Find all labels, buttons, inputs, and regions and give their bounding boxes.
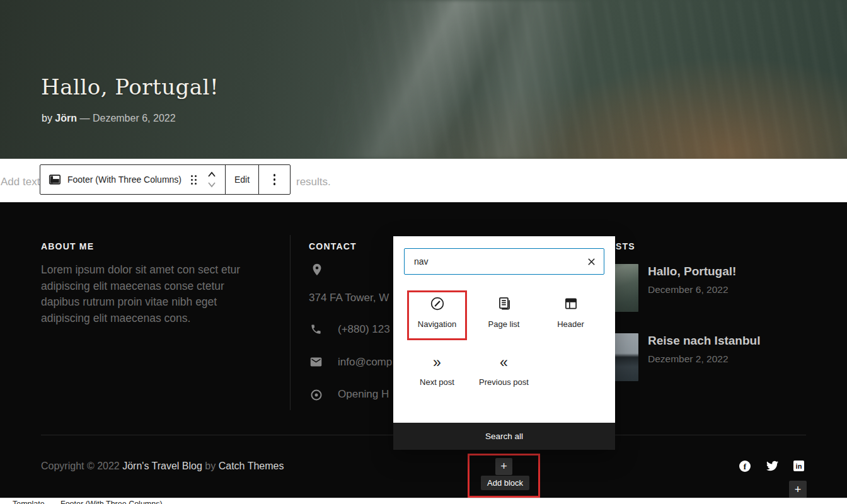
post-byline: by Jörn — Dezember 6, 2022	[42, 113, 176, 124]
clock-target-icon	[310, 389, 324, 403]
block-toolbar-label: Footer (With Three Columns)	[67, 175, 183, 185]
about-text: Lorem ipsum dolor sit amet con sect etur…	[41, 262, 258, 326]
breadcrumb-segment[interactable]: Template	[13, 500, 45, 504]
placeholder-text-fragment[interactable]: Add text	[1, 176, 40, 188]
post-link[interactable]: Hallo, Portugal!	[648, 265, 736, 278]
post-link[interactable]: Reise nach Istanbul	[648, 334, 760, 348]
hero-cover[interactable]: Hallo, Portugal! by Jörn — Dezember 6, 2…	[0, 0, 847, 159]
block-search-input[interactable]	[405, 256, 584, 266]
next-post-icon: »	[433, 355, 441, 370]
twitter-icon[interactable]	[766, 460, 778, 472]
page-list-icon	[496, 295, 512, 312]
location-pin-icon	[310, 263, 324, 277]
options-kebab-button[interactable]	[258, 165, 290, 194]
move-down-button[interactable]	[206, 180, 217, 190]
search-all-button[interactable]: Search all	[393, 423, 615, 450]
envelope-icon	[309, 355, 323, 369]
block-item-page-list[interactable]: Page list	[474, 290, 534, 335]
add-block-label: Add block	[481, 476, 529, 490]
contact-heading: CONTACT	[309, 241, 357, 251]
posts-heading-fragment: STS	[616, 241, 635, 251]
post-date: Dezember 6, 2022	[93, 113, 176, 123]
byline-dash: —	[79, 113, 89, 123]
copyright-text: Copyright © 2022	[41, 461, 120, 471]
post-title: Hallo, Portugal!	[41, 74, 219, 100]
block-search-box	[404, 248, 604, 275]
facebook-icon[interactable]: f	[739, 460, 751, 472]
about-heading: ABOUT ME	[41, 241, 94, 251]
contact-email: info@comp	[338, 356, 392, 369]
breadcrumb-segment[interactable]: Footer (With Three Columns)	[60, 500, 163, 504]
theme-link[interactable]: Catch Themes	[219, 461, 284, 471]
contact-hours: Opening H	[338, 388, 389, 401]
post-date: Dezember 2, 2022	[648, 353, 729, 365]
drag-handle[interactable]	[188, 173, 199, 187]
block-inserter-popup: Navigation Page list Header » Next post …	[393, 236, 615, 450]
block-item-header[interactable]: Header	[541, 290, 601, 335]
contact-address: 374 FA Tower, W	[309, 292, 389, 304]
clear-search-icon[interactable]	[584, 257, 604, 266]
block-toolbar: Footer (With Three Columns) Edit	[40, 164, 291, 195]
move-up-button[interactable]	[206, 169, 217, 180]
edit-button[interactable]: Edit	[225, 165, 258, 194]
linkedin-icon[interactable]: in	[793, 460, 805, 472]
block-item-navigation[interactable]: Navigation	[407, 290, 467, 335]
social-icons: f in	[739, 460, 805, 472]
by-text: by	[205, 461, 216, 471]
header-icon	[563, 295, 579, 312]
previous-post-icon: «	[500, 355, 508, 370]
editor-canvas-band: Add text results. Footer (With Three Col…	[0, 159, 847, 202]
inserter-toggle-button[interactable]: +	[789, 481, 807, 498]
contact-phone: (+880) 123 3	[338, 323, 399, 336]
placeholder-text-fragment: results.	[296, 176, 331, 188]
template-part-icon	[48, 173, 62, 186]
copyright-line: Copyright © 2022 Jörn's Travel Blog by C…	[41, 461, 284, 472]
phone-icon	[310, 323, 324, 337]
add-block-button[interactable]: +	[495, 458, 512, 475]
block-item-previous-post[interactable]: « Previous post	[474, 350, 534, 392]
author-name: Jörn	[55, 113, 77, 123]
breadcrumb-bar: Template Footer (With Three Columns)	[0, 498, 847, 504]
byline-by: by	[42, 113, 52, 123]
post-date: December 6, 2022	[648, 284, 729, 295]
navigation-icon	[429, 295, 446, 312]
column-divider	[290, 235, 291, 410]
site-name-link[interactable]: Jörn's Travel Blog	[122, 461, 202, 471]
block-item-next-post[interactable]: » Next post	[407, 350, 467, 392]
